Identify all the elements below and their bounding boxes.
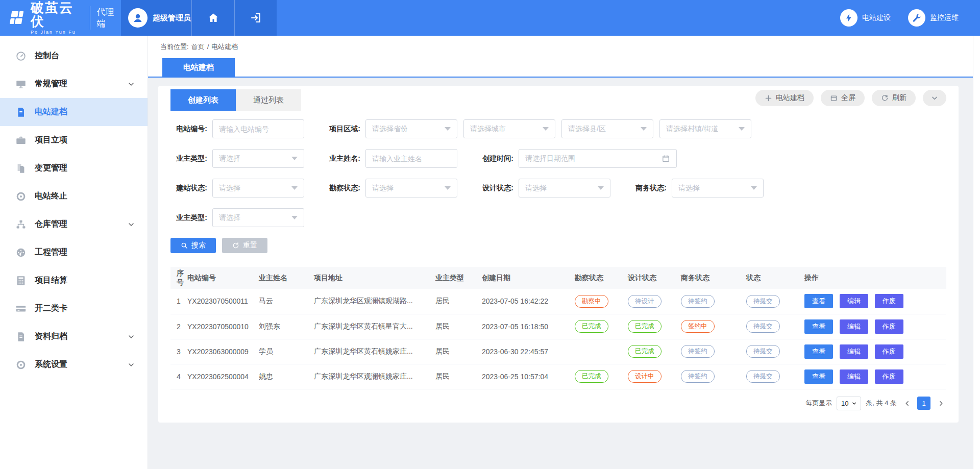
province-placeholder: 请选择省份 bbox=[372, 125, 408, 134]
chevron-left-icon bbox=[903, 400, 911, 407]
view-button[interactable]: 查看 bbox=[804, 344, 833, 359]
date-range-picker[interactable]: 请选择日期范围 bbox=[519, 149, 677, 168]
chevron-right-icon bbox=[937, 400, 945, 407]
station-code-input[interactable] bbox=[212, 119, 304, 138]
prev-page-button[interactable] bbox=[901, 397, 913, 410]
edit-button[interactable]: 编辑 bbox=[840, 344, 868, 359]
home-icon bbox=[207, 12, 219, 24]
sidebar-item-general-mgmt[interactable]: 常规管理 bbox=[0, 70, 148, 98]
select-caret-icon bbox=[543, 127, 549, 131]
view-button[interactable]: 查看 bbox=[804, 294, 833, 308]
nav-station-build[interactable]: 电站建设 bbox=[840, 9, 891, 27]
sidebar-item-engineering-mgmt[interactable]: 工程管理 bbox=[0, 238, 148, 266]
status-badge: 已完成 bbox=[575, 370, 608, 383]
business-status-select[interactable]: 请选择 bbox=[672, 179, 764, 198]
breadcrumb-prefix: 当前位置: bbox=[160, 42, 189, 52]
status-badge: 待提交 bbox=[746, 370, 780, 383]
chevron-down-icon bbox=[851, 401, 857, 406]
cell-created: 2023-07-05 16:18:50 bbox=[482, 314, 575, 339]
brand-logo-icon bbox=[8, 9, 26, 27]
tab-create-list[interactable]: 创建列表 bbox=[170, 89, 236, 111]
survey-status-placeholder: 请选择 bbox=[372, 184, 394, 193]
total-count-label: 条, 共 4 条 bbox=[866, 399, 897, 408]
filter-row-2: 业主类型: 请选择 业主姓名: 创建时间: 请选择日期范围 bbox=[170, 149, 946, 168]
cell-created: 2023-07-05 16:42:22 bbox=[482, 289, 575, 314]
monitor-icon bbox=[15, 79, 27, 90]
breadcrumb-home-link[interactable]: 首页 bbox=[191, 42, 205, 52]
logout-icon bbox=[250, 12, 262, 24]
refresh-button[interactable]: 刷新 bbox=[872, 90, 916, 106]
edit-button[interactable]: 编辑 bbox=[840, 294, 868, 308]
view-button[interactable]: 查看 bbox=[804, 319, 833, 334]
search-button[interactable]: 搜索 bbox=[170, 238, 216, 253]
tab-passed-list[interactable]: 通过列表 bbox=[236, 89, 301, 111]
edit-button[interactable]: 编辑 bbox=[840, 369, 868, 384]
cell-address: 广东深圳龙华区黄石镇姚家庄... bbox=[314, 339, 435, 364]
void-button[interactable]: 作废 bbox=[875, 319, 903, 334]
build-status-select[interactable]: 请选择 bbox=[212, 179, 304, 198]
sidebar-item-system-settings[interactable]: 系统设置 bbox=[0, 351, 148, 379]
collapse-toolbar-button[interactable] bbox=[923, 90, 946, 106]
void-button[interactable]: 作废 bbox=[875, 294, 903, 308]
void-button[interactable]: 作废 bbox=[875, 344, 903, 359]
fullscreen-button[interactable]: 全屏 bbox=[821, 90, 865, 106]
logout-button[interactable] bbox=[234, 0, 277, 36]
reset-button[interactable]: 重置 bbox=[222, 238, 267, 253]
town-select[interactable]: 请选择村镇/街道 bbox=[659, 119, 751, 138]
sidebar-item-project-settlement[interactable]: 项目结算 bbox=[0, 266, 148, 294]
survey-status-select[interactable]: 请选择 bbox=[365, 179, 457, 198]
cell-survey-empty bbox=[575, 339, 628, 364]
sidebar-item-station-terminate[interactable]: 电站终止 bbox=[0, 182, 148, 210]
owner-type2-select[interactable]: 请选择 bbox=[212, 208, 304, 227]
status-badge: 待签约 bbox=[681, 295, 715, 308]
select-caret-icon bbox=[445, 127, 451, 131]
home-button[interactable] bbox=[191, 0, 234, 36]
col-status: 状态 bbox=[746, 267, 804, 289]
design-status-select[interactable]: 请选择 bbox=[519, 179, 610, 198]
sidebar-item-data-archive[interactable]: 资料归档 bbox=[0, 323, 148, 351]
header-nav: 电站建设 监控运维 bbox=[840, 0, 980, 36]
page-tabstrip: 电站建档 bbox=[148, 58, 980, 78]
owner-type2-placeholder: 请选择 bbox=[219, 213, 240, 223]
page-tab-station-archive[interactable]: 电站建档 bbox=[162, 58, 235, 77]
table-row: 2 YX2023070500010 刘强东 广东深圳龙华区黄石镇星官大... 居… bbox=[170, 314, 946, 339]
sidebar-item-station-archive[interactable]: 电站建档 bbox=[0, 98, 148, 126]
select-caret-icon bbox=[739, 127, 745, 131]
view-button[interactable]: 查看 bbox=[804, 369, 833, 384]
page-scrollbar[interactable] bbox=[973, 36, 980, 469]
sidebar-item-change-mgmt[interactable]: 变更管理 bbox=[0, 154, 148, 182]
filter-row-4: 业主类型: 请选择 bbox=[170, 208, 946, 227]
select-caret-icon bbox=[291, 216, 298, 219]
sidebar-item-open-card[interactable]: 开二类卡 bbox=[0, 294, 148, 323]
county-select[interactable]: 请选择县/区 bbox=[561, 119, 653, 138]
sitemap-icon bbox=[15, 219, 27, 230]
select-caret-icon bbox=[445, 186, 451, 190]
owner-type-select[interactable]: 请选择 bbox=[212, 149, 304, 168]
new-station-button[interactable]: 电站建档 bbox=[755, 90, 814, 106]
col-business: 商务状态 bbox=[681, 267, 746, 289]
city-select[interactable]: 请选择城市 bbox=[463, 119, 555, 138]
status-badge: 待签约 bbox=[681, 370, 715, 383]
region-label: 项目区域: bbox=[324, 125, 360, 134]
sidebar-item-console[interactable]: 控制台 bbox=[0, 42, 148, 70]
col-index: 序号 bbox=[170, 267, 187, 289]
sidebar-label: 系统设置 bbox=[35, 359, 127, 370]
settings-icon bbox=[15, 359, 27, 371]
province-select[interactable]: 请选择省份 bbox=[365, 119, 457, 138]
calendar-icon bbox=[662, 154, 670, 163]
user-menu[interactable]: 超级管理员 bbox=[121, 0, 191, 36]
fullscreen-label: 全屏 bbox=[841, 93, 855, 103]
col-design: 设计状态 bbox=[628, 267, 681, 289]
next-page-button[interactable] bbox=[935, 397, 946, 410]
page-number-current[interactable]: 1 bbox=[917, 397, 930, 410]
owner-name-input[interactable] bbox=[365, 149, 457, 168]
search-label: 搜索 bbox=[191, 241, 206, 250]
edit-button[interactable]: 编辑 bbox=[840, 319, 868, 334]
nav-monitor-ops[interactable]: 监控运维 bbox=[908, 9, 959, 27]
per-page-select[interactable]: 10 bbox=[837, 397, 861, 410]
void-button[interactable]: 作废 bbox=[875, 369, 903, 384]
select-caret-icon bbox=[291, 186, 298, 190]
sidebar-label: 变更管理 bbox=[35, 163, 135, 174]
sidebar-item-warehouse-mgmt[interactable]: 仓库管理 bbox=[0, 210, 148, 238]
sidebar-item-project-setup[interactable]: 项目立项 bbox=[0, 126, 148, 154]
